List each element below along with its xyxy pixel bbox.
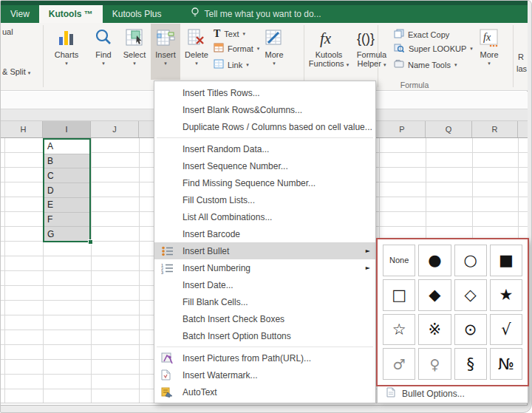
dropdown-arrow-icon: ▾ [488,61,491,66]
bullet-option-symbol-14[interactable]: § [454,348,487,380]
insert-dropdown-menu: Insert Titles Rows...Insert Blank Rows&C… [154,81,376,403]
more-left-button[interactable]: More ▾ [258,24,290,80]
menu-separator [157,347,373,347]
tab-kutools-plus[interactable]: Kutools Plus [103,5,171,23]
bullet-option-symbol-5[interactable]: ◆ [418,279,451,311]
cell-value-c[interactable]: C [44,168,89,183]
menu-item-insert-bullet[interactable]: Insert Bullet► [154,242,375,259]
menu-item-find-missing-sequence-number[interactable]: Find Missing Sequence Number... [154,174,375,191]
bullet-option-symbol-4[interactable]: □ [383,279,415,311]
bullet-option-symbol-10[interactable]: ⊙ [454,314,487,346]
gridline [91,138,92,403]
bullet-option-symbol-15[interactable]: № [490,348,522,380]
bullet-option-none[interactable]: None [383,245,415,276]
ribbon-separator [43,25,44,87]
menu-item-insert-titles-rows[interactable]: Insert Titles Rows... [154,84,375,101]
name-tools-button[interactable]: Name Tools▾ [394,59,457,70]
braces-icon: {()} [355,27,388,49]
excel-window: ViewKutools ™Kutools Plus Tell me what y… [1,1,528,406]
bullet-option-symbol-13[interactable]: ♀ [418,348,451,380]
delete-button[interactable]: Delete ▾ [180,24,213,80]
menu-item-insert-barcode[interactable]: Insert Barcode [154,225,375,242]
menu-item-autotext[interactable]: AutoText [154,383,375,400]
svg-text:fx: fx [483,32,491,43]
charts-button[interactable]: Charts ▾ [50,24,83,80]
column-header-r[interactable]: R [472,121,518,137]
format-button[interactable]: Format▾ [214,43,259,54]
menu-item-fill-custom-lists[interactable]: Fill Custom Lists... [154,191,375,208]
menu-item-insert-pictures-from-path-url[interactable]: Insert Pictures from Path(URL)... [154,349,375,366]
exact-copy-button[interactable]: Exact Copy [394,29,449,40]
dropdown-arrow-icon: ▾ [454,62,457,68]
column-header-p[interactable]: P [379,121,426,137]
link-button[interactable]: Link▾ [214,59,249,70]
menu-item-insert-blank-rows-columns[interactable]: Insert Blank Rows&Columns... [154,101,375,118]
menu-item-list-all-combinations[interactable]: List All Combinations... [154,208,375,225]
bullet-option-symbol-2[interactable]: ○ [454,245,487,276]
menu-item-batch-insert-option-buttons[interactable]: Batch Insert Option Buttons [154,327,375,344]
column-header-j[interactable]: J [91,121,139,137]
column-header-i[interactable]: I [43,121,91,137]
menu-item-fill-blank-cells[interactable]: Fill Blank Cells... [154,293,375,310]
bullet-option-symbol-12[interactable]: ♂ [383,348,415,380]
cell-value-g[interactable]: G [44,227,89,241]
insert-picture-icon [161,352,176,364]
column-header-q[interactable]: Q [426,121,472,137]
ribbon-fragment-split[interactable]: & Split ▾ [2,67,30,76]
kutools-functions-button[interactable]: fx Kutools Functions ▾ [307,24,351,80]
bullet-submenu: None●○■□◆◇★☆※⊙√♂♀§№ Bullet Options... [377,239,528,403]
formula-group-label: Formula [378,81,451,89]
dropdown-arrow-icon: ▾ [164,61,167,66]
tab-kutools[interactable]: Kutools ™ [39,5,103,23]
bullet-option-symbol-1[interactable]: ● [418,245,451,276]
cell-value-e[interactable]: E [44,198,89,213]
column-header-h[interactable]: H [4,121,43,137]
menu-item-insert-numbering[interactable]: 123Insert Numbering► [154,259,375,276]
bullet-list-icon [161,245,176,257]
bullet-option-symbol-8[interactable]: ☆ [383,314,415,346]
cell-value-f[interactable]: F [44,213,89,228]
watermark-icon [161,369,176,381]
text-icon: T [214,29,220,39]
gridline [4,138,5,403]
menu-item-batch-insert-check-boxes[interactable]: Batch Insert Check Boxes [154,310,375,327]
submenu-arrow-icon: ► [366,248,370,254]
bullet-options-button[interactable]: Bullet Options... [378,384,528,403]
cell-value-d[interactable]: D [44,183,89,198]
screenshot-frame: ViewKutools ™Kutools Plus Tell me what y… [0,0,532,413]
formula-helper-button[interactable]: {()} Formula Helper ▾ [351,24,392,80]
bullet-option-symbol-7[interactable]: ★ [490,279,522,311]
dropdown-arrow-icon: ▾ [347,62,349,68]
cell-value-a[interactable]: A [44,140,89,154]
insert-button[interactable]: Insert ▾ [151,24,180,80]
ribbon-separator [513,25,514,87]
cell-value-b[interactable]: B [44,154,89,169]
dropdown-arrow-icon: ▾ [28,70,31,76]
fill-handle[interactable] [88,239,93,245]
dropdown-arrow-icon: ▾ [195,61,198,66]
menu-item-insert-date[interactable]: Insert Date... [154,276,375,293]
dropdown-arrow-icon: ▾ [65,61,68,66]
copy-icon [394,29,404,40]
menu-item-duplicate-rows-columns-based-on-cell-value[interactable]: Duplicate Rows / Columns based on cell v… [154,118,375,135]
delete-cells-icon [187,27,206,49]
bullet-option-symbol-9[interactable]: ※ [418,314,451,346]
select-button[interactable]: Select ▾ [118,24,151,80]
bullet-option-symbol-3[interactable]: ■ [490,245,522,276]
ribbon-fragment-right-bottom: las [516,64,527,73]
insert-menu-items: Insert Titles Rows...Insert Blank Rows&C… [154,84,375,400]
find-button[interactable]: Find ▾ [89,24,118,80]
numbered-list-icon: 123 [161,262,176,274]
more-right-button[interactable]: fx More ▾ [472,24,506,80]
menu-item-insert-random-data[interactable]: Insert Random Data... [154,140,375,157]
bullet-option-symbol-6[interactable]: ◇ [454,279,487,311]
bullet-option-symbol-11[interactable]: √ [490,314,522,346]
menu-item-insert-sequence-number[interactable]: Insert Sequence Number... [154,157,375,174]
super-lookup-button[interactable]: Super LOOKUP▾ [394,43,473,55]
selected-range[interactable]: ABCDEFG [43,138,91,242]
tell-me-search[interactable]: Tell me what you want to do... [191,5,321,23]
ribbon-tab-bar: ViewKutools ™Kutools Plus Tell me what y… [1,5,528,23]
tab-view[interactable]: View [1,5,39,23]
menu-item-insert-watermark[interactable]: Insert Watermark... [154,366,375,383]
text-button[interactable]: T Text▾ [214,29,245,39]
